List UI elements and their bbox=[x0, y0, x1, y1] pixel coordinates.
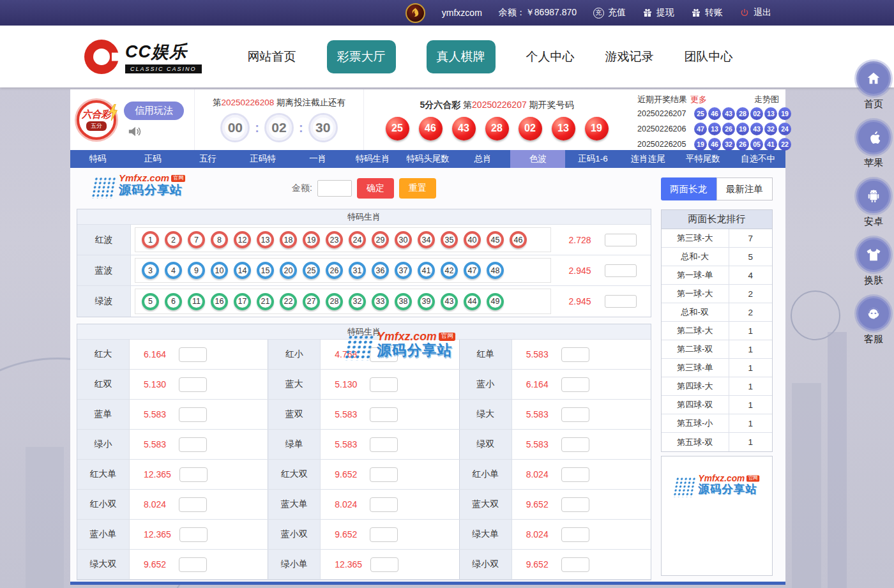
bet-type-tab[interactable]: 连肖连尾 bbox=[621, 150, 676, 168]
wave-label[interactable]: 蓝波 bbox=[77, 255, 131, 285]
bet-option-label[interactable]: 红大双 bbox=[268, 460, 321, 489]
bet-option-input[interactable] bbox=[370, 437, 398, 452]
logout-button[interactable]: 退出 bbox=[739, 7, 771, 19]
recharge-button[interactable]: 充 充值 bbox=[593, 7, 626, 19]
float-android-button[interactable]: 安卓 bbox=[856, 179, 891, 228]
nav-item[interactable]: 网站首页 bbox=[248, 40, 296, 73]
bet-option-input[interactable] bbox=[179, 527, 208, 542]
brand-logo[interactable]: CC娱乐 CLASSIC CASINO bbox=[84, 40, 202, 74]
bet-option-input[interactable] bbox=[179, 557, 207, 572]
nav-item[interactable]: 个人中心 bbox=[526, 40, 575, 73]
bet-option-label[interactable]: 蓝单 bbox=[77, 400, 130, 429]
bet-option-input[interactable] bbox=[561, 557, 589, 572]
withdraw-button[interactable]: 提现 bbox=[642, 7, 674, 19]
bet-option-label[interactable]: 绿小双 bbox=[460, 550, 512, 579]
bet-option-label[interactable]: 红双 bbox=[77, 370, 130, 399]
float-ios-button[interactable]: 苹果 bbox=[856, 120, 891, 169]
credit-play-button[interactable]: 信用玩法 bbox=[124, 102, 184, 120]
bet-option-label[interactable]: 红小双 bbox=[77, 490, 130, 519]
two-side-cell: 红大双 9.652 bbox=[268, 460, 459, 489]
bet-type-tab[interactable]: 特码 bbox=[70, 150, 125, 168]
bet-option-label[interactable]: 蓝大单 bbox=[268, 490, 321, 519]
trend-chart-link[interactable]: 走势图 bbox=[754, 94, 779, 105]
bet-option-input[interactable] bbox=[370, 407, 398, 422]
bet-option-input[interactable] bbox=[561, 407, 589, 422]
float-service-button[interactable]: 客服 bbox=[856, 296, 891, 345]
bet-option-label[interactable]: 绿小 bbox=[77, 430, 130, 459]
bet-option-label[interactable]: 绿大单 bbox=[460, 520, 512, 549]
bet-option-label[interactable]: 绿双 bbox=[460, 430, 512, 459]
wave-ball: 30 bbox=[395, 231, 412, 248]
bet-option-label[interactable]: 绿单 bbox=[268, 430, 321, 459]
bet-option-label[interactable]: 红小 bbox=[268, 340, 321, 369]
dragon-rank-tab[interactable]: 两面长龙 bbox=[661, 177, 716, 200]
bet-option-label[interactable]: 蓝小单 bbox=[77, 520, 130, 549]
bet-option-label[interactable]: 红小单 bbox=[460, 460, 512, 489]
ranking-label: 总和-双 bbox=[662, 303, 729, 321]
bet-option-input[interactable] bbox=[561, 467, 589, 482]
bet-option-label[interactable]: 红大 bbox=[77, 340, 130, 369]
bet-option-input[interactable] bbox=[561, 377, 589, 392]
bet-option-input[interactable] bbox=[370, 527, 398, 542]
bet-option-input[interactable] bbox=[561, 497, 589, 512]
bet-option-input[interactable] bbox=[179, 437, 207, 452]
bet-option-label[interactable]: 红大单 bbox=[77, 460, 130, 489]
nav-item[interactable]: 真人棋牌 bbox=[427, 40, 496, 73]
bet-type-tab[interactable]: 特码生肖 bbox=[345, 150, 400, 168]
watermark-badge: 官网 bbox=[439, 333, 455, 341]
more-link[interactable]: 更多 bbox=[690, 94, 707, 105]
bet-option-input[interactable] bbox=[561, 527, 589, 542]
bet-option-label[interactable]: 绿大 bbox=[460, 400, 512, 429]
bet-option-input[interactable] bbox=[179, 377, 207, 392]
bet-type-tab[interactable]: 色波 bbox=[510, 150, 565, 168]
confirm-button[interactable]: 确定 bbox=[357, 178, 394, 199]
nav-item[interactable]: 团队中心 bbox=[685, 40, 733, 73]
bet-option-input[interactable] bbox=[370, 497, 398, 512]
bet-option-input[interactable] bbox=[370, 467, 398, 482]
bet-option-input[interactable] bbox=[179, 497, 207, 512]
wave-label[interactable]: 红波 bbox=[77, 225, 131, 255]
bet-option-input[interactable] bbox=[179, 407, 207, 422]
dragon-ranking-row: 第五球-小 1 bbox=[662, 414, 772, 433]
bet-option-label[interactable]: 绿大双 bbox=[77, 550, 130, 579]
bet-type-tab[interactable]: 总肖 bbox=[455, 150, 510, 168]
bet-option-odds: 12.365 bbox=[144, 529, 171, 539]
wave-bet-input[interactable] bbox=[605, 234, 637, 246]
bet-option-label[interactable]: 红单 bbox=[460, 340, 512, 369]
wave-bet-input[interactable] bbox=[605, 264, 637, 277]
bet-type-tab[interactable]: 特码头尾数 bbox=[400, 150, 455, 168]
bet-option-label[interactable]: 蓝双 bbox=[268, 400, 321, 429]
bet-option-label[interactable]: 蓝大 bbox=[268, 370, 321, 399]
nav-item[interactable]: 彩票大厅 bbox=[327, 40, 396, 73]
latest-orders-tab[interactable]: 最新注单 bbox=[716, 177, 773, 200]
bet-type-tab[interactable]: 一肖 bbox=[291, 150, 345, 168]
bet-option-label[interactable]: 蓝小 bbox=[460, 370, 512, 399]
bet-type-tab[interactable]: 五行 bbox=[180, 150, 235, 168]
bet-option-odds: 12.365 bbox=[335, 559, 362, 569]
float-skin-button[interactable]: 换肤 bbox=[856, 237, 891, 287]
bet-option-input[interactable] bbox=[370, 377, 398, 392]
nav-item[interactable]: 游戏记录 bbox=[605, 40, 654, 73]
speaker-icon[interactable] bbox=[128, 125, 142, 138]
float-home-button[interactable]: 首页 bbox=[856, 61, 891, 110]
bet-option-input[interactable] bbox=[179, 347, 207, 362]
bet-type-tab[interactable]: 正码 bbox=[125, 150, 180, 168]
reset-button[interactable]: 重置 bbox=[399, 178, 436, 199]
bet-option-label[interactable]: 蓝小双 bbox=[268, 520, 321, 549]
bet-option-input[interactable] bbox=[561, 347, 589, 362]
bet-option-label[interactable]: 蓝大双 bbox=[460, 490, 512, 519]
float-label: 首页 bbox=[864, 98, 883, 110]
bet-option-input[interactable] bbox=[370, 557, 398, 572]
bet-option-input[interactable] bbox=[179, 467, 208, 482]
bet-type-tab[interactable]: 正码1-6 bbox=[565, 150, 620, 168]
bet-option-label[interactable]: 绿小单 bbox=[268, 550, 321, 579]
bet-type-tab[interactable]: 自选不中 bbox=[731, 150, 785, 168]
bet-type-tab[interactable]: 正码特 bbox=[235, 150, 290, 168]
dragon-ranking-title: 两面长龙排行 bbox=[662, 210, 772, 229]
wave-label[interactable]: 绿波 bbox=[77, 286, 131, 317]
wave-bet-input[interactable] bbox=[605, 295, 637, 308]
transfer-button[interactable]: 转账 bbox=[691, 7, 723, 19]
bet-option-input[interactable] bbox=[561, 437, 589, 452]
bet-type-tab[interactable]: 平特尾数 bbox=[676, 150, 731, 168]
amount-input[interactable] bbox=[317, 180, 352, 197]
